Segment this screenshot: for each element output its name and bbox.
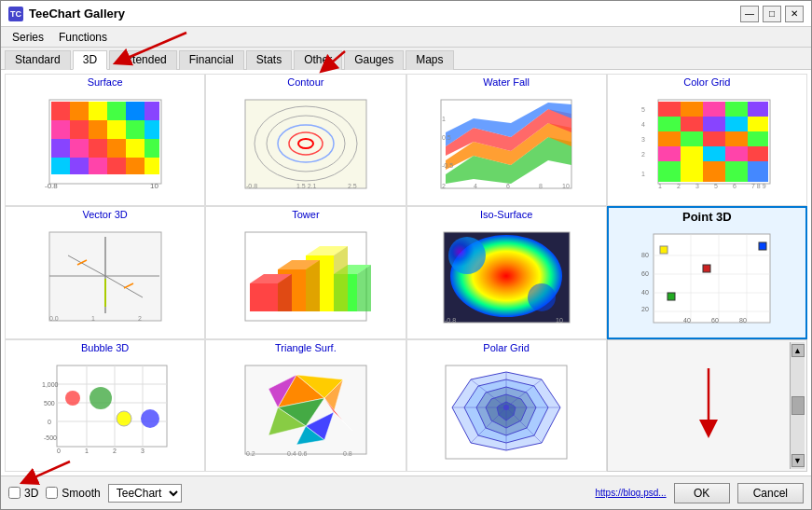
svg-text:1.5 2.1: 1.5 2.1 [296, 183, 317, 189]
app-icon: TC [8, 7, 23, 21]
tab-standard[interactable]: Standard [5, 50, 71, 70]
svg-rect-13 [51, 139, 70, 158]
svg-rect-3 [89, 102, 107, 120]
svg-rect-67 [703, 146, 725, 161]
checkbox-3d-label: 3D [24, 487, 38, 500]
svg-text:1,000: 1,000 [42, 381, 59, 388]
chart-empty-scroll: ▲ ▼ [607, 339, 807, 472]
svg-rect-6 [145, 102, 159, 120]
svg-rect-116 [654, 234, 770, 323]
menu-series[interactable]: Series [5, 29, 51, 45]
footer-link[interactable]: https://blog.psd... [595, 488, 666, 498]
chart-vector3d[interactable]: Vector 3D [5, 206, 205, 338]
svg-rect-57 [703, 117, 725, 131]
svg-text:-0.5: -0.5 [442, 162, 453, 169]
svg-rect-61 [681, 131, 703, 146]
chart-bubble3d[interactable]: Bubble 3D [5, 339, 205, 472]
svg-text:60: 60 [641, 270, 649, 277]
teechart-dropdown[interactable]: TeeChart [108, 484, 182, 503]
svg-text:8: 8 [539, 183, 543, 189]
tab-extended[interactable]: Extended [109, 50, 177, 70]
tab-maps[interactable]: Maps [406, 50, 453, 70]
svg-text:500: 500 [44, 400, 55, 407]
tab-financial[interactable]: Financial [179, 50, 244, 70]
chart-waterfall-title: Water Fall [483, 76, 530, 88]
footer: 3D Smooth TeeChart https://blog.psd... O… [1, 476, 811, 509]
svg-rect-69 [748, 146, 768, 161]
svg-text:6: 6 [733, 183, 736, 189]
scroll-up-button[interactable]: ▲ [791, 344, 805, 357]
scroll-down-button[interactable]: ▼ [791, 454, 805, 467]
svg-text:10: 10 [150, 182, 158, 190]
svg-rect-2 [70, 102, 89, 120]
svg-rect-8 [70, 120, 89, 139]
svg-point-113 [528, 283, 556, 311]
tab-gauges[interactable]: Gauges [344, 50, 404, 70]
chart-contour-canvas: -0.8 1.5 2.1 2.5 [208, 90, 403, 203]
svg-text:4: 4 [474, 183, 477, 189]
cancel-button[interactable]: Cancel [737, 483, 804, 503]
chart-contour-title: Contour [287, 76, 323, 88]
charts-grid: Surface [1, 70, 811, 476]
close-button[interactable]: ✕ [785, 6, 804, 22]
svg-text:1: 1 [91, 315, 95, 322]
svg-rect-60 [658, 131, 681, 146]
chart-waterfall[interactable]: Water Fall 2 4 6 8 10 [406, 74, 607, 206]
svg-rect-56 [681, 117, 703, 131]
svg-text:0.5: 0.5 [442, 134, 451, 141]
checkbox-smooth[interactable] [46, 487, 58, 499]
chart-polargrid[interactable]: Polar Grid [406, 339, 607, 472]
svg-rect-72 [703, 161, 725, 182]
ok-button[interactable]: OK [674, 483, 730, 503]
svg-text:0: 0 [57, 448, 61, 454]
svg-text:1: 1 [641, 171, 645, 177]
svg-rect-70 [658, 161, 681, 182]
svg-text:10: 10 [562, 183, 570, 189]
svg-rect-53 [725, 102, 748, 117]
svg-text:3: 3 [641, 136, 645, 143]
svg-rect-73 [725, 161, 748, 182]
tab-other[interactable]: Other [294, 50, 342, 70]
tab-3d[interactable]: 3D [73, 50, 107, 70]
svg-text:-0.8: -0.8 [246, 183, 257, 189]
chart-surface[interactable]: Surface [5, 74, 205, 206]
menu-bar: Series Functions [1, 27, 811, 48]
title-bar: TC TeeChart Gallery — □ ✕ [1, 1, 811, 27]
svg-rect-15 [89, 139, 107, 158]
svg-text:2: 2 [113, 448, 117, 454]
minimize-button[interactable]: — [740, 6, 759, 22]
checkbox-3d[interactable] [8, 487, 21, 499]
chart-surface-canvas: -0.8 10 [7, 90, 202, 203]
tab-stats[interactable]: Stats [246, 50, 292, 70]
menu-functions[interactable]: Functions [51, 29, 115, 45]
chart-colorgrid[interactable]: Color Grid [607, 74, 807, 206]
svg-text:0.4 0.6: 0.4 0.6 [287, 450, 308, 457]
chart-tower-canvas [208, 222, 403, 336]
scroll-thumb[interactable] [791, 396, 805, 415]
chart-contour[interactable]: Contour -0.8 1.5 2.1 2.5 [205, 74, 406, 206]
svg-rect-18 [145, 139, 159, 158]
svg-text:0.0: 0.0 [49, 315, 59, 322]
svg-text:80: 80 [739, 317, 747, 324]
svg-rect-71 [681, 161, 703, 182]
chart-tower-title: Tower [292, 209, 319, 220]
svg-text:2: 2 [442, 183, 446, 189]
chart-isosurface-canvas: -0.8 10 [409, 222, 604, 336]
svg-text:0.8: 0.8 [343, 450, 352, 457]
svg-rect-50 [658, 102, 681, 117]
chart-point3d[interactable]: Point 3D [607, 206, 807, 338]
chart-trianglesurf[interactable]: Triangle Surf. [205, 339, 406, 472]
svg-text:2: 2 [641, 151, 645, 158]
chart-colorgrid-canvas: 5 4 3 2 1 1 2 3 5 6 7 8 9 [610, 90, 805, 203]
chart-isosurface[interactable]: Iso-Surface [406, 206, 607, 338]
chart-tower[interactable]: Tower [205, 206, 406, 338]
chart-colorgrid-title: Color Grid [683, 76, 730, 88]
svg-rect-124 [660, 246, 667, 254]
chart-point3d-title: Point 3D [682, 210, 732, 224]
maximize-button[interactable]: □ [763, 6, 781, 22]
svg-rect-59 [748, 117, 768, 131]
svg-text:1: 1 [658, 183, 662, 189]
svg-rect-22 [107, 158, 126, 174]
svg-text:40: 40 [683, 317, 691, 324]
svg-text:60: 60 [711, 317, 719, 324]
